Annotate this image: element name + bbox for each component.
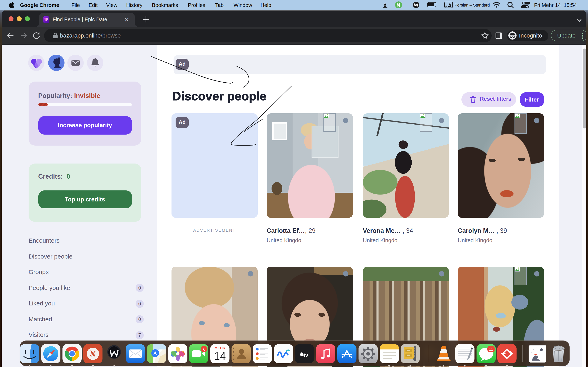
- svg-text:14: 14: [214, 350, 226, 362]
- svg-text:tv: tv: [303, 352, 309, 358]
- svg-text:MEHR: MEHR: [215, 346, 225, 350]
